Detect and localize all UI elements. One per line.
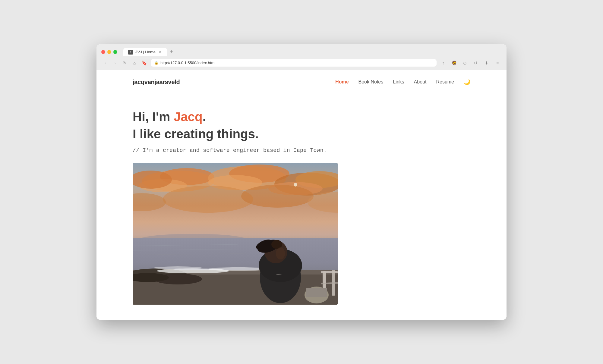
- site-content: jacqvanjaarsveld Home Book Notes Links A…: [96, 70, 507, 320]
- refresh-button[interactable]: ↻: [121, 59, 129, 67]
- maximize-button[interactable]: [113, 50, 117, 54]
- lock-icon: 🔒: [154, 61, 159, 65]
- svg-line-32: [321, 283, 338, 284]
- hero-greeting: Hi, I'm Jacq.: [133, 109, 470, 124]
- tab-bar: J JVJ | Home ✕ +: [123, 48, 175, 56]
- tab-favicon: J: [128, 50, 133, 55]
- hero-name: Jacq: [174, 110, 203, 124]
- tab-close-button[interactable]: ✕: [158, 50, 162, 54]
- nav-home[interactable]: Home: [335, 79, 349, 85]
- close-button[interactable]: [101, 50, 105, 54]
- nav-buttons: ‹ › ↻ ⌂ 🔖: [101, 59, 148, 67]
- bookmark-button[interactable]: 🔖: [140, 59, 148, 67]
- download-button[interactable]: ⬇: [482, 59, 491, 67]
- home-button[interactable]: ⌂: [130, 59, 139, 67]
- hero-image: [133, 163, 338, 305]
- sync-button[interactable]: ↺: [472, 59, 480, 67]
- nav-links[interactable]: Links: [393, 79, 404, 85]
- brave-shield-button[interactable]: 🦁: [450, 59, 458, 67]
- new-tab-button[interactable]: +: [168, 48, 175, 56]
- svg-point-16: [294, 183, 297, 187]
- site-nav: Home Book Notes Links About Resume 🌙: [335, 79, 470, 85]
- hero-tagline: I like creating things.: [133, 127, 470, 141]
- site-header: jacqvanjaarsveld Home Book Notes Links A…: [96, 70, 507, 94]
- minimize-button[interactable]: [107, 50, 111, 54]
- hero-greeting-text: Hi, I'm: [133, 110, 174, 124]
- share-button[interactable]: ↑: [439, 59, 447, 67]
- nav-about[interactable]: About: [414, 79, 427, 85]
- traffic-lights: [101, 50, 117, 54]
- address-bar[interactable]: 🔒 http://127.0.0.1:5500/index.html: [151, 59, 437, 67]
- hero-text: Hi, I'm Jacq. I like creating things. //…: [133, 109, 470, 153]
- forward-button[interactable]: ›: [111, 59, 119, 67]
- svg-point-12: [241, 185, 314, 208]
- hero-subtitle: // I'm a creator and software engineer b…: [133, 147, 470, 153]
- site-main: Hi, I'm Jacq. I like creating things. //…: [96, 94, 507, 320]
- browser-toolbar: ‹ › ↻ ⌂ 🔖 🔒 http://127.0.0.1:5500/index.…: [96, 56, 507, 70]
- toolbar-actions: ↑ 🦁 ⊙ ↺ ⬇ ≡: [439, 59, 502, 67]
- site-logo[interactable]: jacqvanjaarsveld: [133, 79, 180, 86]
- nav-resume[interactable]: Resume: [436, 79, 454, 85]
- svg-rect-31: [321, 271, 338, 273]
- svg-rect-34: [306, 288, 327, 297]
- browser-chrome: J JVJ | Home ✕ + ‹ › ↻ ⌂ 🔖 🔒 http://127.…: [96, 44, 507, 70]
- svg-point-11: [163, 186, 253, 213]
- hero-period: .: [203, 110, 206, 124]
- nav-book-notes[interactable]: Book Notes: [358, 79, 384, 85]
- back-button[interactable]: ‹: [101, 59, 110, 67]
- browser-titlebar: J JVJ | Home ✕ +: [96, 44, 507, 56]
- browser-window: J JVJ | Home ✕ + ‹ › ↻ ⌂ 🔖 🔒 http://127.…: [96, 44, 507, 320]
- camera-button[interactable]: ⊙: [461, 59, 469, 67]
- hero-image-svg: [133, 163, 338, 305]
- active-tab[interactable]: J JVJ | Home ✕: [123, 48, 167, 56]
- svg-point-42: [276, 247, 285, 259]
- tab-title: JVJ | Home: [135, 50, 156, 54]
- menu-button[interactable]: ≡: [493, 59, 502, 67]
- url-text: http://127.0.0.1:5500/index.html: [160, 61, 215, 65]
- dark-mode-toggle[interactable]: 🌙: [464, 79, 470, 85]
- svg-point-28: [154, 266, 202, 269]
